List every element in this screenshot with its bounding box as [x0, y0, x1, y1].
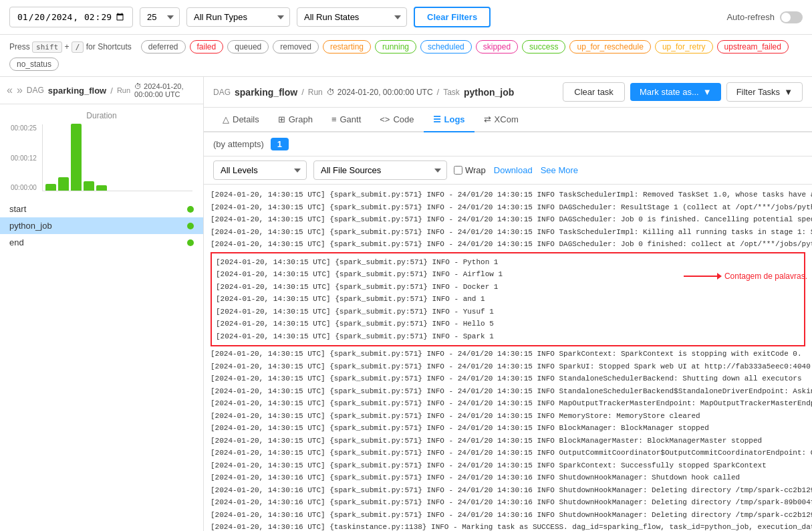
tabs-bar: △ Details ⊞ Graph ≡ Gantt <> Code ☰ Logs… [204, 108, 812, 132]
details-icon: △ [223, 114, 229, 124]
filter-tags-bar: Press shift + / for Shortcuts deferred f… [0, 35, 812, 77]
log-source-select[interactable]: All File Sources [313, 161, 447, 180]
tag-queued[interactable]: queued [227, 40, 269, 54]
annotation: Contagem de palavras. [684, 270, 807, 282]
tag-success[interactable]: success [522, 40, 565, 54]
main-layout: « » DAG sparking_flow / Run ⏱ 2024-01-20… [0, 77, 812, 531]
tag-failed[interactable]: failed [190, 40, 224, 54]
tag-upstream-failed[interactable]: upstream_failed [717, 40, 789, 54]
code-icon: <> [380, 114, 390, 124]
log-line: [2024-01-20, 14:30:15 UTC] {spark_submit… [211, 373, 805, 385]
collapse-left-icon[interactable]: « [7, 84, 13, 96]
duration-chart: Duration 00:00:25 00:00:12 00:00:00 [0, 104, 203, 198]
wrap-label: Wrap [465, 165, 486, 175]
y-label-mid: 00:00:12 [11, 154, 37, 162]
run-state-select[interactable]: All Run States [297, 7, 407, 27]
mark-state-label: Mark state as... [640, 87, 699, 97]
task-name-start: start [9, 204, 26, 214]
task-status-end [187, 239, 194, 246]
tag-no-status[interactable]: no_status [9, 58, 59, 71]
y-label-top: 00:00:25 [11, 124, 37, 132]
log-line: [2024-01-20, 14:30:15 UTC] {spark_submit… [211, 435, 805, 447]
attempts-area: (by attempts) 1 [204, 132, 812, 156]
shortcut-hint: Press shift + / for Shortcuts [9, 42, 132, 51]
log-line: [2024-01-20, 14:30:16 UTC] {taskinstance… [211, 521, 805, 531]
run-info-header: ⏱ 2024-01-20, 00:00:00 UTC [327, 88, 433, 97]
tab-graph-label: Graph [289, 114, 313, 124]
task-row-end[interactable]: end [0, 234, 203, 251]
dag-name-header: sparking_flow [235, 87, 297, 98]
log-level-select[interactable]: All Levels [213, 161, 307, 180]
tag-deferred[interactable]: deferred [141, 40, 186, 54]
sidebar: « » DAG sparking_flow / Run ⏱ 2024-01-20… [0, 77, 204, 531]
dag-label: DAG [213, 88, 231, 97]
logs-icon: ☰ [433, 114, 441, 124]
tag-removed[interactable]: removed [273, 40, 319, 54]
toggle-knob [781, 13, 791, 22]
bar-4 [84, 181, 94, 191]
log-line: [2024-01-20, 14:30:15 UTC] {spark_submit… [211, 238, 805, 251]
log-line: [2024-01-20, 14:30:15 UTC] {spark_submit… [211, 213, 805, 226]
tab-code[interactable]: <> Code [370, 108, 423, 132]
arrow-head [717, 273, 725, 280]
mark-state-chevron: ▼ [703, 87, 712, 97]
task-name-header: python_job [464, 87, 514, 98]
tag-up-for-retry[interactable]: up_for_retry [655, 40, 713, 54]
auto-refresh-label: Auto-refresh [726, 12, 775, 22]
tag-skipped[interactable]: skipped [476, 40, 518, 54]
task-row-start[interactable]: start [0, 201, 203, 217]
tab-details[interactable]: △ Details [213, 108, 269, 132]
xcom-icon: ⇄ [484, 114, 491, 124]
clear-filters-button[interactable]: Clear Filters [414, 7, 491, 27]
clear-task-button[interactable]: Clear task [563, 82, 625, 102]
mark-state-button[interactable]: Mark state as... ▼ [630, 83, 721, 101]
dag-section-label: DAG [27, 86, 44, 95]
task-label: Task [443, 88, 460, 97]
log-line: [2024-01-20, 14:30:15 UTC] {spark_submit… [211, 189, 805, 201]
task-row-python-job[interactable]: python_job [0, 217, 203, 234]
tab-xcom[interactable]: ⇄ XCom [475, 108, 528, 132]
bar-3 [71, 124, 82, 191]
filter-tasks-button[interactable]: Filter Tasks ▼ [726, 82, 803, 102]
log-content[interactable]: [2024-01-20, 14:30:15 UTC] {spark_submit… [204, 185, 812, 531]
task-list: start python_job end [0, 198, 203, 253]
log-line: [2024-01-20, 14:30:16 UTC] {spark_submit… [211, 471, 805, 484]
run-type-select[interactable]: All Run Types [186, 7, 290, 27]
expand-right-icon[interactable]: » [17, 84, 23, 96]
tag-restarting[interactable]: restarting [323, 40, 371, 54]
log-actions: Wrap Download See More [454, 165, 578, 175]
action-buttons: Clear task Mark state as... ▼ Filter Tas… [563, 82, 803, 102]
log-line-highlighted: [2024-01-20, 14:30:15 UTC] {spark_submit… [216, 306, 800, 318]
see-more-link[interactable]: See More [541, 165, 578, 175]
dag-name-sidebar: sparking_flow [48, 86, 106, 96]
tag-up-for-reschedule[interactable]: up_for_reschedule [569, 40, 650, 54]
graph-icon: ⊞ [278, 114, 285, 124]
content-area: DAG sparking_flow / Run ⏱ 2024-01-20, 00… [204, 77, 812, 531]
arrow-line [684, 276, 720, 277]
tag-scheduled[interactable]: scheduled [420, 40, 472, 54]
log-line: [2024-01-20, 14:30:15 UTC] {spark_submit… [211, 385, 805, 398]
download-link[interactable]: Download [494, 165, 533, 175]
tab-gantt-label: Gantt [340, 114, 361, 124]
auto-refresh-area: Auto-refresh [726, 11, 803, 23]
count-select[interactable]: 2550100 [140, 7, 180, 27]
attempt-badge[interactable]: 1 [271, 138, 289, 150]
gantt-icon: ≡ [331, 114, 337, 124]
tab-details-label: Details [233, 114, 259, 124]
log-line-highlighted: [2024-01-20, 14:30:15 UTC] {spark_submit… [216, 281, 800, 294]
filter-tasks-chevron: ▼ [784, 87, 793, 97]
auto-refresh-toggle[interactable] [780, 11, 803, 23]
tab-logs[interactable]: ☰ Logs [424, 108, 475, 132]
tag-running[interactable]: running [375, 40, 416, 54]
datetime-input[interactable] [9, 7, 133, 27]
wrap-checkbox[interactable]: Wrap [454, 165, 486, 175]
log-line-highlighted: [2024-01-20, 14:30:15 UTC] {spark_submit… [216, 330, 800, 343]
top-bar: 2550100 All Run Types All Run States Cle… [0, 0, 812, 35]
task-status-start [187, 206, 194, 213]
log-line: [2024-01-20, 14:30:15 UTC] {spark_submit… [211, 201, 805, 214]
tab-graph[interactable]: ⊞ Graph [269, 108, 322, 132]
tab-gantt[interactable]: ≡ Gantt [322, 108, 370, 132]
wrap-checkbox-input[interactable] [454, 166, 462, 175]
sidebar-header: « » DAG sparking_flow / Run ⏱ 2024-01-20… [0, 77, 203, 104]
duration-title: Duration [5, 111, 198, 120]
